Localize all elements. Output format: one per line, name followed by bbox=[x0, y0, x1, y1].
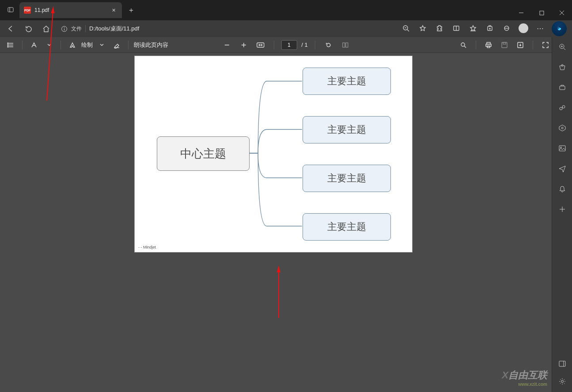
refresh-button[interactable] bbox=[20, 22, 36, 36]
zoom-in-button[interactable] bbox=[237, 39, 250, 51]
svg-point-53 bbox=[560, 147, 561, 148]
svg-point-50 bbox=[562, 106, 565, 108]
svg-point-8 bbox=[64, 27, 65, 28]
mindmap-node: 主要主题 bbox=[303, 213, 391, 241]
svg-line-10 bbox=[407, 30, 409, 31]
new-tab-button[interactable]: ＋ bbox=[125, 4, 138, 17]
svg-rect-40 bbox=[503, 42, 506, 44]
info-icon bbox=[61, 26, 68, 32]
separator bbox=[128, 41, 129, 49]
mindmap-node: 主要主题 bbox=[303, 68, 391, 95]
profile-button[interactable] bbox=[515, 21, 531, 35]
svg-rect-52 bbox=[559, 146, 565, 151]
side-performance-button[interactable] bbox=[557, 123, 568, 133]
extensions-button[interactable] bbox=[432, 21, 447, 35]
close-window-button[interactable] bbox=[552, 5, 572, 20]
save-button[interactable] bbox=[498, 39, 511, 51]
highlight-dropdown[interactable] bbox=[43, 39, 55, 51]
close-tab-button[interactable]: ✕ bbox=[110, 6, 117, 14]
fullscreen-button[interactable] bbox=[539, 39, 552, 51]
svg-point-58 bbox=[561, 381, 563, 383]
mindmap-node: 主要主题 bbox=[303, 116, 391, 143]
draw-dropdown[interactable] bbox=[95, 39, 108, 51]
contents-button[interactable] bbox=[4, 39, 17, 51]
side-tools-button[interactable] bbox=[557, 82, 568, 93]
svg-point-51 bbox=[561, 127, 563, 129]
tab-actions-button[interactable] bbox=[2, 1, 19, 19]
save-as-button[interactable] bbox=[514, 39, 527, 51]
draw-button[interactable] bbox=[66, 39, 79, 51]
rotate-button[interactable] bbox=[322, 39, 335, 51]
svg-rect-0 bbox=[8, 8, 13, 12]
svg-point-24 bbox=[8, 45, 8, 45]
separator bbox=[315, 41, 315, 49]
separator bbox=[22, 41, 23, 49]
side-games-button[interactable] bbox=[557, 102, 568, 113]
pdf-file-icon: PDF bbox=[24, 7, 31, 14]
collections-button[interactable] bbox=[482, 21, 498, 35]
svg-rect-3 bbox=[540, 11, 544, 15]
url-path: D:/tools/桌面/11.pdf bbox=[89, 25, 139, 33]
side-send-button[interactable] bbox=[557, 163, 568, 174]
draw-label: 绘制 bbox=[81, 41, 93, 49]
svg-line-35 bbox=[464, 46, 466, 48]
side-shopping-button[interactable] bbox=[557, 62, 568, 72]
home-button[interactable] bbox=[38, 22, 54, 36]
separator bbox=[85, 25, 86, 32]
separator bbox=[61, 41, 61, 49]
svg-rect-39 bbox=[502, 42, 507, 48]
read-aloud-button[interactable]: 朗读此页内容 bbox=[134, 41, 168, 49]
separator bbox=[476, 41, 476, 49]
watermark: X自由互联 www.xzit.com bbox=[502, 369, 547, 387]
favorite-button[interactable] bbox=[415, 21, 431, 35]
address-bar[interactable]: 文件 D:/tools/桌面/11.pdf bbox=[56, 22, 396, 35]
annotation-arrow bbox=[272, 267, 285, 322]
side-layout-button[interactable] bbox=[557, 358, 568, 369]
page-footer-caption: - - Mindjet bbox=[138, 245, 156, 249]
separator bbox=[533, 41, 533, 49]
svg-point-34 bbox=[461, 43, 465, 46]
zoom-out-button[interactable] bbox=[220, 39, 233, 51]
bing-icon bbox=[555, 25, 563, 33]
side-search-button[interactable] bbox=[557, 41, 568, 52]
svg-rect-32 bbox=[343, 43, 345, 47]
side-add-button[interactable] bbox=[557, 204, 568, 215]
svg-rect-56 bbox=[559, 361, 565, 366]
bing-chat-button[interactable] bbox=[552, 21, 567, 36]
page-view-button[interactable] bbox=[339, 39, 352, 51]
erase-button[interactable] bbox=[110, 39, 123, 51]
print-button[interactable] bbox=[482, 39, 495, 51]
back-button[interactable] bbox=[3, 22, 19, 36]
find-button[interactable] bbox=[457, 39, 470, 51]
zoom-indicator-icon[interactable] bbox=[398, 21, 414, 35]
svg-line-44 bbox=[564, 48, 565, 50]
fit-width-button[interactable] bbox=[254, 39, 266, 51]
side-notify-button[interactable] bbox=[557, 184, 568, 194]
favorites-list-button[interactable] bbox=[465, 21, 481, 35]
mindmap-node: 主要主题 bbox=[303, 165, 391, 192]
more-button[interactable]: ⋯ bbox=[532, 21, 548, 35]
svg-rect-48 bbox=[560, 86, 565, 90]
maximize-button[interactable] bbox=[531, 5, 552, 20]
pdf-viewer[interactable]: 中心主题 主要主题 主要主题 主要主题 主要主题 - - Mindjet bbox=[0, 53, 552, 392]
svg-point-25 bbox=[8, 46, 8, 47]
pdf-page: 中心主题 主要主题 主要主题 主要主题 主要主题 - - Mindjet bbox=[134, 56, 413, 253]
tab-title: 11.pdf bbox=[34, 7, 110, 13]
mindmap-center-node: 中心主题 bbox=[157, 136, 250, 171]
url-type-label: 文件 bbox=[71, 25, 82, 33]
ie-mode-button[interactable] bbox=[499, 21, 515, 35]
side-settings-button[interactable] bbox=[557, 376, 568, 387]
avatar-icon bbox=[519, 23, 528, 33]
page-number-input[interactable] bbox=[281, 40, 297, 50]
svg-rect-33 bbox=[346, 43, 348, 47]
minimize-button[interactable] bbox=[511, 5, 531, 20]
browser-tab[interactable]: PDF 11.pdf ✕ bbox=[19, 2, 122, 18]
separator bbox=[273, 41, 274, 49]
highlight-button[interactable] bbox=[28, 39, 40, 51]
svg-point-23 bbox=[8, 43, 8, 44]
split-screen-button[interactable] bbox=[448, 21, 464, 35]
side-image-creator-button[interactable] bbox=[557, 143, 568, 154]
page-total: / 1 bbox=[301, 41, 307, 48]
svg-rect-38 bbox=[487, 46, 490, 48]
